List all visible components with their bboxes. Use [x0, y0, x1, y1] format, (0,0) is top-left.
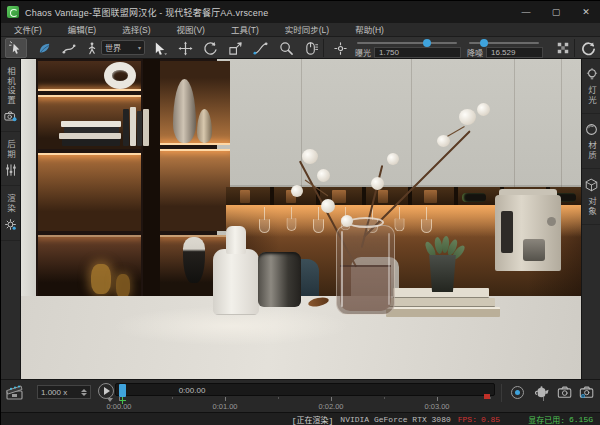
timeline-track[interactable]: 0:00.00 — [115, 383, 495, 396]
tab-materials[interactable]: 材质 — [582, 114, 600, 169]
clapperboard-icon — [4, 382, 26, 402]
tab-objects[interactable]: 对象 — [582, 169, 600, 225]
walk-mode-button[interactable] — [81, 38, 103, 58]
right-panel-strip: 灯光 材质 对象 — [581, 59, 600, 379]
plant-pot — [428, 255, 457, 292]
ruler-tick — [225, 397, 226, 401]
exposure-value-field[interactable]: 1.750 — [374, 47, 461, 58]
move-tool-button[interactable] — [174, 38, 196, 58]
cotton-flower — [477, 103, 490, 116]
denoise-slider-knob[interactable] — [480, 39, 488, 47]
coordinate-space-dropdown[interactable]: 世界 ▾ — [101, 40, 145, 55]
menu-help[interactable]: 帮助(H) — [342, 23, 397, 37]
book — [137, 111, 142, 146]
tab-render[interactable]: 渲染 — [1, 186, 20, 241]
playback-speed-stepper[interactable]: 1.000 x — [37, 385, 91, 399]
ruler-label: 0:02.00 — [309, 402, 353, 411]
exposure-slider[interactable] — [357, 42, 457, 44]
snapshot-button[interactable] — [555, 382, 575, 402]
mouse-navigation-button[interactable] — [300, 38, 322, 58]
chaos-vantage-logo-icon — [7, 6, 19, 18]
scene-shelf-unit — [36, 59, 217, 305]
minimize-button[interactable]: — — [511, 1, 541, 23]
ruler-tick — [437, 397, 438, 401]
title-bar[interactable]: Chaos Vantage-草图联盟网汉化 - 现代轻奢餐厅AA.vrscene… — [1, 1, 600, 23]
shelf-box — [424, 190, 437, 203]
close-button[interactable]: ✕ — [571, 1, 600, 23]
denoise-slider[interactable] — [469, 42, 539, 44]
gold-decor — [116, 274, 130, 298]
book — [123, 109, 129, 146]
fps-value: 0.85 — [481, 415, 500, 424]
scale-box-icon — [228, 41, 243, 56]
move-arrows-icon — [178, 41, 193, 56]
animation-clapper-button[interactable] — [4, 382, 26, 406]
menu-select[interactable]: 选择(S) — [109, 23, 163, 37]
stepper-arrows[interactable] — [81, 389, 87, 396]
exposure-label: 曝光 — [355, 47, 371, 58]
window-title: Chaos Vantage-草图联盟网汉化 - 现代轻奢餐厅AA.vrscene — [25, 6, 268, 19]
focus-target-button[interactable] — [329, 38, 351, 58]
exposure-slider-knob[interactable] — [423, 39, 431, 47]
window-controls: — ▢ ✕ — [511, 1, 600, 23]
cotton-flower — [387, 153, 399, 165]
zoom-region-button[interactable] — [275, 38, 297, 58]
save-snapshot-button[interactable] — [577, 382, 597, 402]
mouse-icon — [304, 41, 319, 56]
ruler-tick-minor — [172, 397, 173, 399]
glass-highlight — [388, 233, 390, 305]
maximize-button[interactable]: ▢ — [541, 1, 571, 23]
play-button[interactable] — [98, 383, 114, 399]
menu-livesync[interactable]: 实时同步(L) — [272, 23, 342, 37]
denoise-value-field[interactable]: 16.529 — [486, 47, 543, 58]
camera-save-icon — [579, 385, 595, 399]
coordinate-space-value: 世界 — [105, 42, 121, 53]
main-toolbar: 世界 ▾ — [1, 37, 600, 59]
status-bar: [正在渲染] NVIDIA GeForce RTX 3080 FPS: 0.85… — [1, 412, 600, 425]
cotton-flower — [459, 109, 476, 125]
shelf-box — [378, 190, 388, 203]
menu-edit[interactable]: 编辑(E) — [55, 23, 109, 37]
toolbar-separator — [574, 39, 575, 57]
metal-vase — [258, 252, 301, 307]
timeline-ruler[interactable]: 0:00.00 0:01.00 0:02.00 0:03.00 — [115, 397, 571, 413]
book — [130, 107, 136, 146]
environment-tool-button[interactable] — [33, 38, 55, 58]
scale-tool-button[interactable] — [224, 38, 246, 58]
cotton-flower — [321, 199, 335, 213]
walking-person-icon — [85, 41, 99, 56]
refresh-scene-button[interactable] — [577, 38, 599, 58]
menu-view[interactable]: 视图(V) — [164, 23, 218, 37]
material-sphere-icon — [585, 123, 598, 136]
ruler-tick-minor — [490, 397, 491, 399]
teapot-icon — [533, 385, 550, 399]
select-tool-button[interactable] — [5, 38, 27, 58]
pivot-tool-button[interactable] — [249, 38, 271, 58]
tab-camera-settings[interactable]: 相机设置 — [1, 59, 20, 132]
tab-post-processing[interactable]: 后期 — [1, 132, 20, 186]
refresh-icon — [581, 41, 596, 56]
checker-grid-icon — [556, 41, 570, 55]
shelf-niche — [160, 149, 230, 231]
render-frame-button[interactable] — [531, 382, 551, 402]
menu-file[interactable]: 文件(F) — [1, 23, 55, 37]
record-animation-button[interactable] — [507, 382, 527, 402]
ruler-label: 0:01.00 — [203, 402, 247, 411]
selection-arrow-button[interactable] — [149, 38, 171, 58]
cotton-flower — [437, 135, 450, 147]
white-bottle-neck — [226, 226, 246, 254]
render-elements-button[interactable] — [552, 38, 574, 58]
tab-lights[interactable]: 灯光 — [582, 59, 600, 114]
timeline-playhead[interactable] — [119, 384, 126, 397]
gpu-name-label: NVIDIA GeForce RTX 3080 — [340, 415, 450, 424]
ring-sculpture — [104, 62, 136, 89]
path-tool-button[interactable] — [58, 38, 80, 58]
focus-target-icon — [333, 41, 348, 56]
camera-settings-icon — [4, 110, 17, 122]
render-viewport[interactable] — [21, 59, 581, 379]
rotate-tool-button[interactable] — [199, 38, 221, 58]
denoise-label: 降噪 — [467, 47, 483, 58]
render-state-label: [正在渲染] — [292, 414, 334, 425]
toolbar-separator — [323, 39, 324, 57]
menu-tools[interactable]: 工具(T) — [218, 23, 272, 37]
